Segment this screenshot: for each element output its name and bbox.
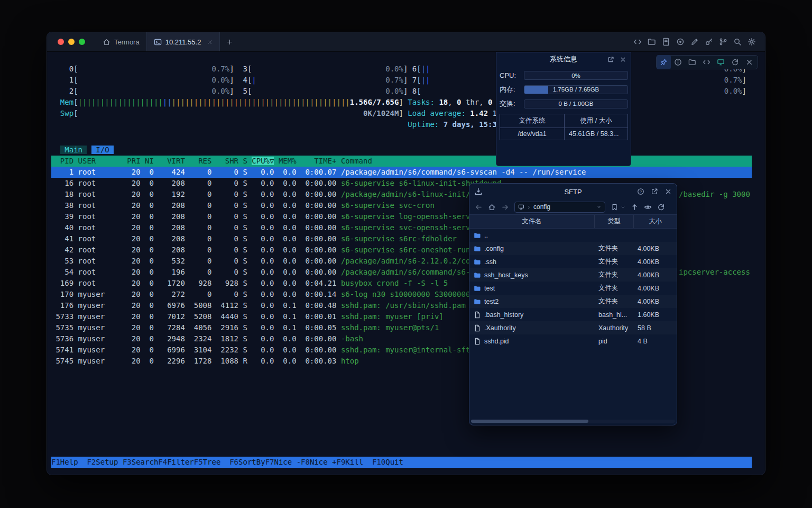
column-size[interactable]: 大小 <box>633 215 677 228</box>
process-row[interactable]: 169 root 20 0 1720 928 928 S 0.0 0.0 0:0… <box>51 278 448 289</box>
path-breadcrumb[interactable]: config <box>514 202 605 213</box>
process-row[interactable]: 54 root 20 0 196 0 0 S 0.0 0.0 0:00.00 /… <box>51 267 470 278</box>
folder-icon <box>474 271 481 279</box>
refresh-icon[interactable] <box>657 203 665 211</box>
folder-icon[interactable] <box>685 55 699 69</box>
home-icon[interactable] <box>488 203 496 211</box>
process-row[interactable]: 5733 myuser 20 0 7012 5208 4440 S 0.0 0.… <box>51 311 444 322</box>
folder-icon <box>474 232 481 239</box>
process-row[interactable]: 170 myuser 20 0 272 0 0 S 0.0 0.0 0:00.1… <box>51 289 470 300</box>
process-row[interactable]: 41 root 20 0 208 0 0 S 0.0 0.0 0:00.00 s… <box>51 233 457 244</box>
file-row[interactable]: .ssh文件夹4.00KB <box>469 255 677 268</box>
process-row[interactable]: 5745 myuser 20 0 2296 1728 1088 R 0.0 0.… <box>51 356 359 367</box>
forward-icon[interactable] <box>501 203 509 211</box>
tab-home-label: Termora <box>114 38 140 46</box>
process-row[interactable]: 42 root 20 0 208 0 0 S 0.0 0.0 0:00.00 s… <box>51 244 470 256</box>
edit-icon[interactable] <box>687 35 702 49</box>
settings-icon[interactable] <box>744 35 759 49</box>
traffic-lights <box>47 32 96 51</box>
file-row[interactable]: .bash_historybash_hi...1.60KB <box>469 308 677 321</box>
search-icon[interactable] <box>730 35 744 49</box>
process-row[interactable]: 53 root 20 0 532 0 0 S 0.0 0.0 0:00.00 /… <box>51 256 470 267</box>
process-row[interactable]: 5741 myuser 20 0 6996 3104 2232 S 0.0 0.… <box>51 344 470 356</box>
metric-row: 交换:0 B / 1.00GB <box>500 99 628 108</box>
process-row[interactable]: 16 root 20 0 208 0 0 S 0.0 0.0 0:00.00 s… <box>51 178 501 189</box>
command-overflow: ipcserver-access <box>679 267 750 278</box>
file-row[interactable]: .. <box>469 229 677 242</box>
code-icon[interactable] <box>699 55 714 69</box>
process-table-header[interactable]: PID USER PRI NI VIRT RES SHR S CPU%▽ MEM… <box>51 156 752 167</box>
file-row[interactable]: sshd.pidpid4 B <box>469 334 677 348</box>
file-row[interactable]: test文件夹4.00KB <box>469 282 677 295</box>
process-row[interactable]: 176 myuser 20 0 6976 5008 4112 S 0.0 0.1… <box>51 300 466 311</box>
file-row[interactable]: .config文件夹4.00KB <box>469 242 677 255</box>
tab-session-label: 10.211.55.2 <box>165 38 201 46</box>
process-row[interactable]: 40 root 20 0 208 0 0 S 0.0 0.0 0:00.00 s… <box>51 222 470 233</box>
metric-row: CPU:0% <box>500 71 628 80</box>
home-icon <box>103 38 110 46</box>
close-panel-icon[interactable] <box>620 56 626 63</box>
htop-function-keys[interactable]: F1Help F2Setup F3SearchF4FilterF5Tree F6… <box>51 457 752 468</box>
chevron-right-icon <box>527 205 531 210</box>
folder-icon <box>474 245 481 252</box>
process-row[interactable]: 39 root 20 0 208 0 0 S 0.0 0.0 0:00.00 s… <box>51 211 470 222</box>
htop-screen-tabs[interactable]: Main I/O <box>51 144 114 156</box>
sftp-toolbar: config <box>469 199 677 214</box>
column-type[interactable]: 类型 <box>594 215 633 228</box>
panel-toolbar <box>656 55 758 69</box>
file-icon <box>474 338 481 345</box>
dropdown-caret-icon[interactable] <box>596 204 602 210</box>
zoom-window-button[interactable] <box>79 39 85 45</box>
close-tab-icon[interactable] <box>207 39 213 45</box>
transfers-icon[interactable] <box>474 187 483 196</box>
record-icon[interactable] <box>673 35 687 49</box>
show-hidden-icon[interactable] <box>644 203 652 211</box>
scrollbar-thumb[interactable] <box>471 420 588 423</box>
key-icon[interactable] <box>702 35 716 49</box>
refresh-icon[interactable] <box>728 55 742 69</box>
process-row[interactable]: 5735 myuser 20 0 7284 4056 2916 S 0.0 0.… <box>51 322 439 333</box>
info-icon[interactable] <box>671 55 685 69</box>
memory-meter-row: Mem[||||||||||||||||||||||||||||||||||||… <box>51 97 493 108</box>
process-row[interactable]: 5736 myuser 20 0 2948 2324 1812 S 0.0 0.… <box>51 333 363 344</box>
process-row[interactable]: 38 root 20 0 208 0 0 S 0.0 0.0 0:00.00 s… <box>51 200 435 211</box>
parent-dir-icon[interactable] <box>631 203 639 211</box>
pin-icon[interactable] <box>657 55 671 69</box>
filesystem-table-header: 文件系统使用 / 大小 <box>500 114 628 128</box>
back-icon[interactable] <box>475 203 483 211</box>
file-row[interactable]: .XauthorityXauthority58 B <box>469 321 677 334</box>
bookmark-caret-icon[interactable] <box>621 205 625 210</box>
computer-icon <box>518 204 524 210</box>
tab-session[interactable]: 10.211.55.2 <box>146 32 220 51</box>
current-folder: config <box>533 203 550 211</box>
system-info-panel: 系统信息 CPU:0%内存:1.75GB / 7.65GB交换:0 B / 1.… <box>496 52 631 166</box>
folder-icon[interactable] <box>644 35 659 49</box>
file-table-header[interactable]: 文件名 类型 大小 <box>469 214 677 229</box>
metric-row: 内存:1.75GB / 7.65GB <box>500 85 628 94</box>
command-overflow: /basedir -g 3000 <box>679 189 750 200</box>
close-window-button[interactable] <box>58 39 64 45</box>
new-tab-button[interactable] <box>220 32 239 51</box>
macro-icon[interactable] <box>716 35 730 49</box>
bookmark-icon[interactable] <box>611 203 619 211</box>
open-in-window-icon[interactable] <box>651 188 658 195</box>
transfer-icon[interactable] <box>714 55 728 69</box>
close-window-icon[interactable] <box>665 188 672 195</box>
close-icon[interactable] <box>742 55 756 69</box>
process-row[interactable]: 1 root 20 0 424 0 0 S 0.0 0.0 0:00.07 /p… <box>51 167 752 178</box>
horizontal-scrollbar[interactable] <box>471 420 675 423</box>
open-in-window-icon[interactable] <box>607 56 614 63</box>
help-icon[interactable] <box>637 188 644 195</box>
sftp-window: SFTP config 文件名 类型 <box>469 183 677 425</box>
file-row[interactable]: test2文件夹4.00KB <box>469 295 677 308</box>
file-row[interactable]: ssh_host_keys文件夹4.00KB <box>469 268 677 282</box>
column-name[interactable]: 文件名 <box>469 215 594 228</box>
tab-termora-home[interactable]: Termora <box>96 32 146 51</box>
process-row[interactable]: 18 root 20 0 192 0 0 S 0.0 0.0 0:00.00 /… <box>51 189 470 200</box>
system-info-titlebar: 系统信息 <box>496 52 631 66</box>
terminal-icon <box>154 38 162 46</box>
log-icon[interactable] <box>659 35 673 49</box>
titlebar-actions <box>630 32 765 51</box>
code-icon[interactable] <box>630 35 644 49</box>
minimize-window-button[interactable] <box>68 39 75 45</box>
